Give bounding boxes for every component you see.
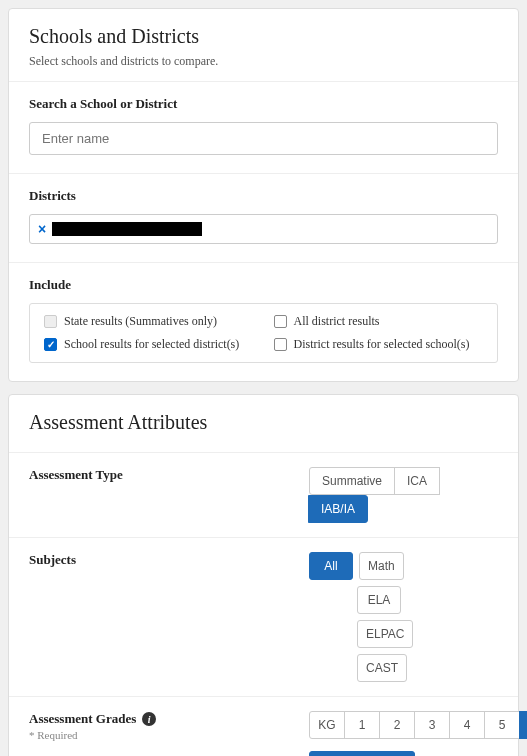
type-summative-button[interactable]: Summative: [309, 467, 395, 495]
grades-row: Assessment Grades i * Required KG 1 2 3 …: [9, 696, 518, 756]
district-chip-label: [52, 222, 202, 236]
grades-label: Assessment Grades i: [29, 711, 309, 727]
grade-4-button[interactable]: 4: [449, 711, 485, 739]
grade-10-button[interactable]: 10: [309, 751, 345, 756]
schools-title: Schools and Districts: [29, 25, 498, 48]
include-label: Include: [29, 277, 498, 293]
subject-all-button[interactable]: All: [309, 552, 353, 580]
assessment-type-row: Assessment Type Summative ICA IAB/IA: [9, 452, 518, 537]
subject-math-button[interactable]: Math: [359, 552, 404, 580]
include-all-district-row[interactable]: All district results: [274, 314, 484, 329]
include-state-row[interactable]: State results (Summatives only): [44, 314, 254, 329]
grade-12-button[interactable]: 12: [379, 751, 415, 756]
assessment-type-label: Assessment Type: [29, 467, 309, 483]
include-school-selected-checkbox[interactable]: [44, 338, 57, 351]
include-box: State results (Summatives only) All dist…: [29, 303, 498, 363]
grade-5-button[interactable]: 5: [484, 711, 520, 739]
include-school-selected-row[interactable]: School results for selected district(s): [44, 337, 254, 352]
include-district-selected-label: District results for selected school(s): [294, 337, 470, 352]
subjects-row: Subjects All Math ELA ELPAC CAST: [9, 537, 518, 696]
grades-info-icon[interactable]: i: [142, 712, 156, 726]
subject-cast-button[interactable]: CAST: [357, 654, 407, 682]
attrs-title: Assessment Attributes: [29, 411, 498, 434]
assessment-type-group: Summative ICA IAB/IA: [309, 467, 498, 523]
include-state-label: State results (Summatives only): [64, 314, 217, 329]
subjects-group: All Math ELA ELPAC CAST: [309, 552, 449, 682]
grade-2-button[interactable]: 2: [379, 711, 415, 739]
include-district-selected-checkbox[interactable]: [274, 338, 287, 351]
grade-kg-button[interactable]: KG: [309, 711, 345, 739]
schools-subtitle: Select schools and districts to compare.: [29, 54, 498, 69]
type-ica-button[interactable]: ICA: [394, 467, 440, 495]
include-school-selected-label: School results for selected district(s): [64, 337, 239, 352]
grade-1-button[interactable]: 1: [344, 711, 380, 739]
include-district-selected-row[interactable]: District results for selected school(s): [274, 337, 484, 352]
grade-3-button[interactable]: 3: [414, 711, 450, 739]
search-label: Search a School or District: [29, 96, 498, 112]
search-input[interactable]: [29, 122, 498, 155]
include-state-checkbox[interactable]: [44, 315, 57, 328]
include-all-district-checkbox[interactable]: [274, 315, 287, 328]
subjects-label: Subjects: [29, 552, 309, 568]
districts-box[interactable]: ×: [29, 214, 498, 244]
schools-districts-panel: Schools and Districts Select schools and…: [8, 8, 519, 382]
subject-ela-button[interactable]: ELA: [357, 586, 401, 614]
districts-label: Districts: [29, 188, 498, 204]
grade-6-button[interactable]: 6: [519, 711, 527, 739]
grades-required: * Required: [29, 729, 309, 741]
type-iab-button[interactable]: IAB/IA: [308, 495, 368, 523]
grade-11-button[interactable]: 11: [344, 751, 380, 756]
assessment-attributes-panel: Assessment Attributes Assessment Type Su…: [8, 394, 519, 756]
district-chip-remove-icon[interactable]: ×: [38, 221, 46, 237]
include-all-district-label: All district results: [294, 314, 380, 329]
subject-elpac-button[interactable]: ELPAC: [357, 620, 413, 648]
